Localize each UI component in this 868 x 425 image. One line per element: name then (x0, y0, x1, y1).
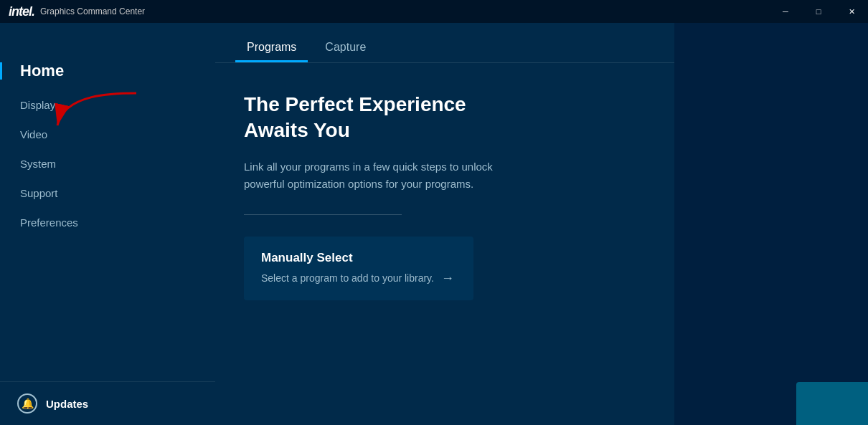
titlebar-controls: ─ □ ✕ (769, 0, 868, 23)
app-title: Graphics Command Center (40, 6, 145, 16)
maximize-button[interactable]: □ (802, 0, 835, 23)
sidebar-item-label-preferences: Preferences (20, 216, 78, 229)
sidebar-item-support[interactable]: Support (0, 178, 215, 208)
sidebar-item-label-support: Support (20, 187, 58, 199)
card-desc-text: Select a program to add to your library. (261, 272, 434, 284)
minimize-button[interactable]: ─ (769, 0, 802, 23)
sidebar-item-video[interactable]: Video (0, 120, 215, 149)
tab-programs-label: Programs (247, 41, 296, 53)
main-layout: Home Display Video System Support Prefer… (0, 23, 868, 425)
intel-logo: intel. (9, 4, 34, 19)
sidebar-item-system[interactable]: System (0, 149, 215, 178)
content-area: Programs Capture The Perfect Experience … (215, 23, 674, 425)
tab-bar: Programs Capture (215, 23, 674, 63)
bell-icon: 🔔 (17, 393, 37, 414)
titlebar: intel. Graphics Command Center ─ □ ✕ (0, 0, 868, 23)
arrow-right-icon: → (441, 271, 454, 286)
sidebar-nav: Home Display Video System Support Prefer… (0, 52, 215, 381)
card-description: Select a program to add to your library.… (261, 271, 456, 286)
hero-title: The Perfect Experience Awaits You (244, 92, 531, 144)
titlebar-left: intel. Graphics Command Center (9, 4, 145, 19)
close-button[interactable]: ✕ (835, 0, 868, 23)
sidebar-item-label-system: System (20, 158, 56, 170)
tab-capture[interactable]: Capture (313, 41, 377, 62)
hero-description: Link all your programs in a few quick st… (244, 158, 516, 193)
sidebar: Home Display Video System Support Prefer… (0, 23, 215, 425)
sidebar-item-display[interactable]: Display (0, 90, 215, 120)
tab-programs[interactable]: Programs (235, 41, 308, 62)
sidebar-item-label-home: Home (20, 62, 64, 80)
sidebar-item-home[interactable]: Home (0, 52, 215, 90)
main-body: The Perfect Experience Awaits You Link a… (215, 63, 674, 425)
card-title: Manually Select (261, 251, 456, 265)
sidebar-item-label-video: Video (20, 128, 47, 140)
updates-label: Updates (46, 398, 88, 410)
updates-section[interactable]: 🔔 Updates (0, 381, 215, 425)
sidebar-item-label-display: Display (20, 99, 55, 111)
accent-block (796, 382, 868, 425)
tab-capture-label: Capture (325, 41, 366, 53)
right-panel (674, 23, 868, 425)
manually-select-card[interactable]: Manually Select Select a program to add … (244, 237, 473, 300)
divider (244, 214, 402, 215)
sidebar-item-preferences[interactable]: Preferences (0, 208, 215, 237)
